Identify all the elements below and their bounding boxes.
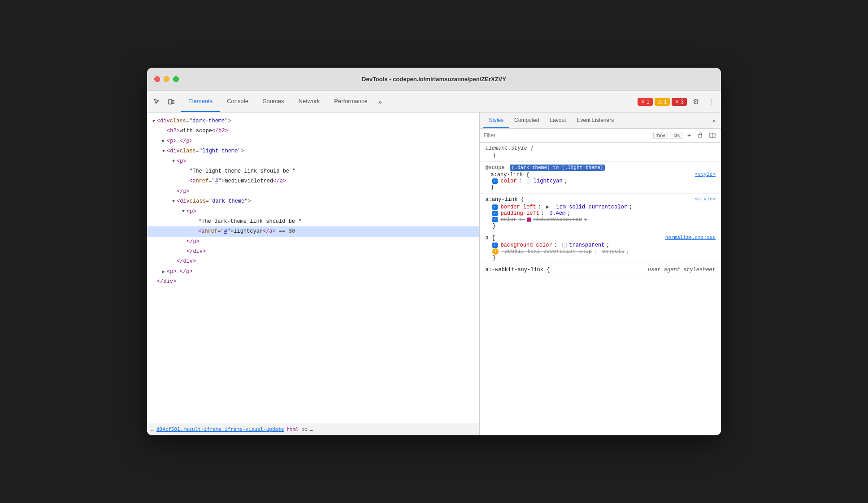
- style-rule-any-link: a:any-link { <style> border-left: ▶ 1em …: [480, 194, 721, 232]
- dom-line[interactable]: ▼ <p>: [147, 207, 479, 217]
- dom-line[interactable]: </div>: [147, 256, 479, 266]
- maximize-button[interactable]: [173, 76, 179, 82]
- dom-line[interactable]: ▼ <div class="dark-theme">: [147, 196, 479, 206]
- device-toggle-button[interactable]: [165, 95, 178, 108]
- devtools-toolbar: Elements Console Sources Network Perform…: [147, 91, 721, 113]
- triangle-icon[interactable]: ▼: [161, 147, 167, 155]
- dom-tree[interactable]: ▼ <div class="dark-theme"> <h2>with scop…: [147, 113, 479, 423]
- a-selector: a { normalize.css:106: [485, 235, 716, 241]
- filter-hov-button[interactable]: :hov: [653, 132, 668, 139]
- user-agent-label: user agent stylesheet: [648, 267, 716, 273]
- devtools-body: Elements Console Sources Network Perform…: [147, 91, 721, 435]
- dom-line[interactable]: </div>: [147, 247, 479, 256]
- filter-cls-button[interactable]: .cls: [670, 132, 683, 139]
- triangle-icon[interactable]: ▶: [161, 268, 167, 276]
- triangle-icon[interactable]: ▶: [161, 137, 167, 145]
- add-style-button[interactable]: +: [684, 130, 694, 140]
- main-content: ▼ <div class="dark-theme"> <h2>with scop…: [147, 113, 721, 435]
- triangle-icon[interactable]: ▼: [151, 117, 157, 125]
- property-checkbox[interactable]: [492, 204, 498, 210]
- force-element-state-button[interactable]: [696, 130, 706, 140]
- styles-tab-computed[interactable]: Computed: [509, 113, 544, 128]
- filter-actions: :hov .cls +: [653, 130, 717, 140]
- style-source-link2[interactable]: <style>: [695, 196, 716, 203]
- breadcrumb-bc: bc: [301, 426, 307, 432]
- breadcrumb-ellipsis: …: [151, 426, 154, 432]
- toggle-sidebar-button[interactable]: [707, 130, 717, 140]
- scope-highlight: (.dark-theme) to (.light-theme): [510, 165, 605, 171]
- traffic-lights: [154, 76, 179, 82]
- tab-overflow-button[interactable]: »: [375, 91, 386, 112]
- styles-tab-layout[interactable]: Layout: [544, 113, 571, 128]
- style-rule-webkit-any-link: a:-webkit-any-link { user agent styleshe…: [480, 264, 721, 277]
- normalize-source-link[interactable]: normalize.css:106: [665, 235, 716, 241]
- tab-console[interactable]: Console: [220, 91, 256, 112]
- color-swatch-mediumvioletred[interactable]: [527, 217, 531, 222]
- tab-performance[interactable]: Performance: [327, 91, 374, 112]
- dom-line[interactable]: ▼ <div class="light-theme">: [147, 146, 479, 156]
- webkit-any-link-selector: a:-webkit-any-link { user agent styleshe…: [485, 267, 716, 273]
- dom-line[interactable]: ▶ <p>…</p>: [147, 136, 479, 146]
- style-rule-scope: @scope (.dark-theme) to (.light-theme) a…: [480, 162, 721, 194]
- dom-line[interactable]: "The light-theme link should be ": [147, 166, 479, 176]
- triangle-icon[interactable]: ▼: [180, 208, 187, 215]
- color-swatch-transparent[interactable]: [562, 243, 567, 247]
- info-icon: ✕: [675, 99, 679, 105]
- dom-line[interactable]: </p>: [147, 186, 479, 196]
- dom-line[interactable]: ▶ <p>…</p>: [147, 267, 479, 277]
- style-prop-border-left: border-left: ▶ 1em solid currentcolor;: [485, 204, 716, 210]
- style-prop-color: color: lightcyan;: [485, 178, 716, 184]
- warning-icon: !: [492, 248, 499, 255]
- breadcrumb-end-ellipsis: …: [310, 426, 313, 432]
- property-checkbox[interactable]: [492, 217, 498, 222]
- minimize-button[interactable]: [164, 76, 169, 82]
- triangle-icon[interactable]: ▼: [170, 198, 177, 205]
- styles-tab-event-listeners[interactable]: Event Listeners: [571, 113, 619, 128]
- warning-badge[interactable]: ⚠ 1: [655, 98, 670, 106]
- styles-tab-styles[interactable]: Styles: [483, 113, 509, 128]
- breadcrumb-html-tag[interactable]: html: [286, 426, 299, 432]
- style-prop-color-struck: color: mediumvioletred;: [485, 217, 716, 223]
- svg-rect-2: [698, 134, 702, 137]
- tab-sources[interactable]: Sources: [256, 91, 291, 112]
- settings-button[interactable]: ⚙: [690, 95, 702, 108]
- triangle-icon[interactable]: ▼: [170, 157, 177, 165]
- warning-count: 1: [664, 99, 667, 105]
- inspect-element-button[interactable]: [151, 95, 163, 108]
- close-button[interactable]: [154, 76, 160, 82]
- tab-network[interactable]: Network: [291, 91, 327, 112]
- style-source-link[interactable]: <style>: [695, 172, 716, 178]
- info-count: 3: [681, 99, 684, 105]
- style-prop-bg-color: background-color: transparent;: [485, 242, 716, 248]
- breadcrumb-path[interactable]: d04cf581.result-iframe.iframe-visual-upd…: [156, 426, 284, 432]
- tab-elements[interactable]: Elements: [181, 91, 220, 112]
- error-count: 1: [647, 99, 650, 105]
- dom-line[interactable]: </div>: [147, 277, 479, 286]
- property-checkbox[interactable]: [492, 211, 498, 216]
- dom-panel: ▼ <div class="dark-theme"> <h2>with scop…: [147, 113, 480, 435]
- style-prop: }: [485, 152, 716, 159]
- styles-tabs: Styles Computed Layout Event Listeners »: [480, 113, 721, 129]
- dom-line[interactable]: "The dark-theme link should be ": [147, 217, 479, 226]
- filter-bar: :hov .cls +: [480, 129, 721, 143]
- dom-line[interactable]: ▼ <p>: [147, 156, 479, 166]
- badge-group: ✕ 1 ⚠ 1 ✕ 3: [638, 98, 687, 106]
- filter-input[interactable]: [483, 132, 649, 139]
- dom-line[interactable]: <h2>with scope</h2>: [147, 126, 479, 136]
- dom-line[interactable]: ▼ <div class="dark-theme">: [147, 116, 479, 126]
- error-badge[interactable]: ✕ 1: [638, 98, 653, 106]
- info-badge[interactable]: ✕ 3: [672, 98, 687, 106]
- titlebar: DevTools - codepen.io/miriamsuzanne/pen/…: [147, 68, 721, 91]
- window-title: DevTools - codepen.io/miriamsuzanne/pen/…: [362, 76, 506, 82]
- dom-line-selected[interactable]: <a href="#">lightcyan</a> == $0: [147, 226, 479, 236]
- more-options-button[interactable]: ⋮: [705, 95, 717, 108]
- property-checkbox[interactable]: [492, 243, 498, 248]
- styles-content[interactable]: element.style { } @scope (.dark-theme) t…: [480, 143, 721, 435]
- toolbar-left-icons: [151, 95, 178, 108]
- styles-tab-overflow[interactable]: »: [711, 117, 717, 124]
- dom-line[interactable]: <a href="#">mediumvioletred</a>: [147, 176, 479, 186]
- color-swatch[interactable]: [527, 179, 531, 183]
- dom-line[interactable]: </p>: [147, 237, 479, 247]
- style-rule-element: element.style { }: [480, 143, 721, 162]
- property-checkbox[interactable]: [492, 178, 498, 184]
